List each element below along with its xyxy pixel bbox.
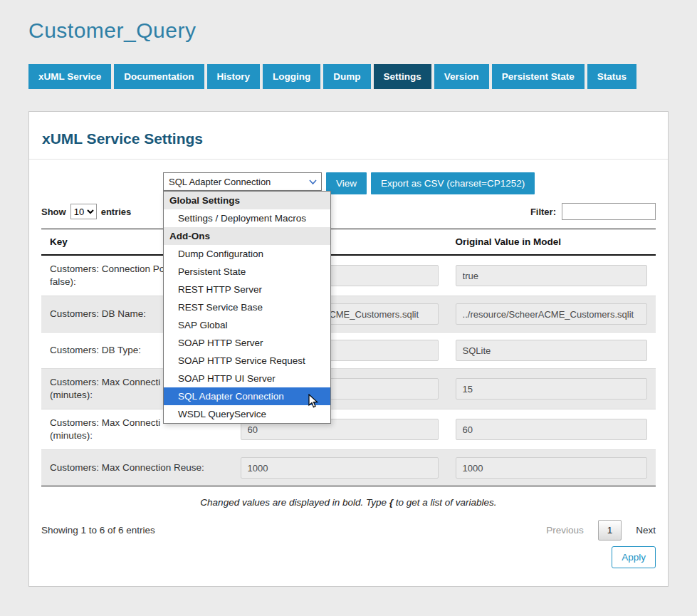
- page: Customer_Query xUML Service Documentatio…: [0, 0, 697, 616]
- filter-control: Filter:: [530, 203, 656, 220]
- setting-select-wrap: SQL Adapter Connection Global Settings S…: [163, 172, 322, 191]
- setting-original-value: [456, 340, 647, 361]
- pagination: Previous 1 Next: [546, 520, 656, 541]
- page-number-button[interactable]: 1: [598, 520, 622, 541]
- tab-persistent-state[interactable]: Persistent State: [492, 64, 585, 89]
- apply-row: Apply: [29, 542, 668, 580]
- tab-bar: xUML Service Documentation History Loggi…: [28, 64, 669, 89]
- tab-settings[interactable]: Settings: [374, 64, 431, 89]
- dropdown-option-soap-http-service-request[interactable]: SOAP HTTP Service Request: [164, 352, 330, 370]
- dropdown-option-soap-http-ui-server[interactable]: SOAP HTTP UI Server: [164, 370, 330, 387]
- dropdown-option-rest-http-server[interactable]: REST HTTP Server: [164, 281, 330, 298]
- dropdown-group-global-settings: Global Settings: [164, 192, 330, 209]
- table-row: Customers: Max Connecti (minutes):: [41, 369, 656, 409]
- dropdown-option-rest-service-base[interactable]: REST Service Base: [164, 298, 330, 316]
- tab-dump[interactable]: Dump: [323, 64, 370, 89]
- tab-history[interactable]: History: [207, 64, 261, 89]
- page-length-select[interactable]: 10: [70, 204, 97, 219]
- note-text: Changed values are displayed in bold. Ty…: [200, 497, 389, 508]
- settings-table: Key Value Original Value in Model Custom…: [41, 229, 656, 486]
- note-text: to get a list of variables.: [393, 497, 497, 508]
- table-row: Customers: Max Connection Reuse:: [41, 450, 656, 486]
- app-header: Customer_Query: [0, 0, 697, 43]
- show-label: Show: [41, 207, 66, 217]
- dropdown-option-persistent-state[interactable]: Persistent State: [164, 263, 330, 281]
- setting-dropdown-list: Global Settings Settings / Deployment Ma…: [163, 191, 331, 424]
- setting-original-value: [456, 265, 647, 286]
- toolbar: SQL Adapter Connection Global Settings S…: [29, 160, 668, 194]
- column-header-original[interactable]: Original Value in Model: [447, 229, 656, 256]
- next-page-button[interactable]: Next: [636, 525, 656, 536]
- tab-logging[interactable]: Logging: [263, 64, 320, 89]
- selected-setting-label: SQL Adapter Connection: [169, 177, 271, 187]
- setting-original-value: [456, 378, 647, 400]
- dropdown-option-sap-global[interactable]: SAP Global: [164, 316, 330, 334]
- setting-original-value: [456, 419, 647, 440]
- export-csv-button[interactable]: Export as CSV (charset=CP1252): [371, 172, 535, 194]
- page-title: Customer_Query: [28, 19, 669, 43]
- filter-label: Filter:: [530, 207, 556, 217]
- filter-input[interactable]: [562, 203, 656, 220]
- table-row: Customers: Max Connecti (minutes):: [41, 409, 656, 450]
- table-header-row: Key Value Original Value in Model: [41, 229, 656, 256]
- apply-button[interactable]: Apply: [612, 546, 656, 568]
- table-row: Customers: DB Name:: [41, 296, 656, 333]
- setting-key: Customers: Max Connection Reuse:: [41, 450, 232, 486]
- chevron-down-icon: [307, 174, 318, 189]
- tab-status[interactable]: Status: [587, 64, 636, 89]
- dropdown-option-sql-adapter-connection[interactable]: SQL Adapter Connection: [164, 387, 330, 405]
- tab-documentation[interactable]: Documentation: [114, 64, 204, 89]
- view-button[interactable]: View: [326, 172, 367, 194]
- page-length-control: Show 10 entries: [41, 204, 131, 219]
- table-row: Customers: DB Type:: [41, 333, 656, 369]
- tab-version[interactable]: Version: [434, 64, 489, 89]
- table-row: Customers: Connection Pooling (true/ fal…: [41, 255, 656, 296]
- dropdown-option-soap-http-server[interactable]: SOAP HTTP Server: [164, 334, 330, 352]
- dropdown-group-add-ons: Add-Ons: [164, 227, 330, 245]
- panel-title: xUML Service Settings: [29, 112, 668, 160]
- dropdown-option-wsdl-queryservice[interactable]: WSDL QueryService: [164, 405, 330, 423]
- mouse-cursor-icon: [308, 394, 319, 412]
- setting-value-input[interactable]: [241, 457, 439, 479]
- setting-category-select[interactable]: SQL Adapter Connection: [163, 172, 322, 191]
- entries-info: Showing 1 to 6 of 6 entries: [41, 525, 155, 536]
- hint-note: Changed values are displayed in bold. Ty…: [29, 486, 668, 511]
- entries-label: entries: [101, 207, 132, 217]
- setting-original-value: [456, 303, 647, 325]
- previous-page-button[interactable]: Previous: [546, 525, 584, 536]
- table-controls: Show 10 entries Filter:: [29, 194, 668, 229]
- dropdown-option-settings-deployment-macros[interactable]: Settings / Deployment Macros: [164, 209, 330, 227]
- dropdown-option-dump-configuration[interactable]: Dump Configuration: [164, 245, 330, 263]
- table-footer: Showing 1 to 6 of 6 entries Previous 1 N…: [29, 511, 668, 542]
- tab-xuml-service[interactable]: xUML Service: [28, 64, 111, 89]
- setting-original-value: [456, 457, 647, 479]
- settings-panel: xUML Service Settings SQL Adapter Connec…: [28, 111, 669, 587]
